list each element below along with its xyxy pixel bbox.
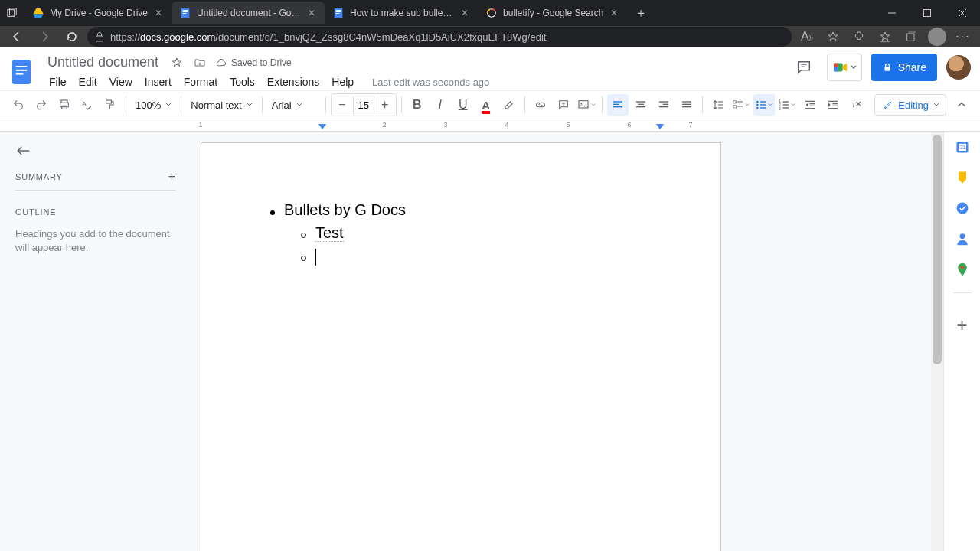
document-page[interactable]: Bullets by G Docs Test [201, 142, 721, 551]
star-button[interactable] [169, 55, 185, 70]
read-aloud-button[interactable]: A)) [795, 26, 819, 47]
meet-button[interactable] [827, 54, 862, 81]
checklist-button[interactable] [730, 94, 752, 116]
tab-title: bulletify - Google Search [503, 8, 603, 18]
tab-untitled-doc[interactable]: Untitled document - Google Docs ✕ [172, 2, 325, 24]
bulleted-list-button[interactable] [753, 94, 775, 116]
url-text: https://docs.google.com/document/d/1_bnv… [110, 31, 546, 43]
tab-actions-button[interactable] [0, 0, 24, 26]
close-icon[interactable]: ✕ [609, 8, 619, 18]
favorite-button[interactable] [821, 26, 845, 47]
scroll-thumb[interactable] [933, 135, 942, 364]
line-spacing-button[interactable] [707, 94, 729, 116]
numbered-list-button[interactable]: 123 [776, 94, 798, 116]
font-size-value[interactable]: 15 [353, 96, 374, 114]
doc-text[interactable]: Bullets by G Docs [284, 198, 406, 221]
svg-rect-20 [907, 34, 914, 41]
menu-file[interactable]: File [44, 73, 71, 90]
menu-extensions[interactable]: Extensions [263, 73, 324, 90]
profile-button[interactable] [925, 26, 949, 47]
hide-outline-button[interactable] [15, 145, 176, 156]
tab-bulletify[interactable]: bulletify - Google Search ✕ [478, 2, 627, 24]
indent-marker-right[interactable] [656, 124, 664, 130]
paint-format-button[interactable] [100, 94, 121, 116]
menu-tools[interactable]: Tools [225, 73, 260, 90]
svg-point-89 [959, 233, 965, 239]
italic-button[interactable]: I [430, 94, 451, 116]
contacts-icon[interactable] [955, 231, 970, 246]
comment-insert-button[interactable] [553, 94, 574, 116]
account-avatar[interactable] [946, 55, 971, 80]
indent-button[interactable] [822, 94, 844, 116]
style-select[interactable]: Normal text [186, 94, 256, 116]
vertical-scrollbar[interactable] [931, 132, 943, 551]
menu-help[interactable]: Help [327, 73, 358, 90]
undo-button[interactable] [8, 94, 29, 116]
svg-point-40 [580, 103, 582, 104]
align-right-button[interactable] [653, 94, 675, 116]
font-select[interactable]: Arial [267, 94, 321, 116]
reload-button[interactable] [60, 26, 84, 47]
back-button[interactable] [5, 26, 29, 47]
link-button[interactable] [530, 94, 551, 116]
doc-text-cursor[interactable] [315, 244, 316, 267]
toolbar: A 100% Normal text Arial − 15 + B I U A [0, 90, 980, 119]
collapse-toolbar-button[interactable] [951, 94, 972, 116]
new-tab-button[interactable]: ＋ [630, 2, 652, 24]
share-button[interactable]: Share [871, 54, 937, 81]
svg-point-90 [960, 266, 963, 269]
bold-button[interactable]: B [407, 94, 428, 116]
menu-insert[interactable]: Insert [140, 73, 176, 90]
font-size-decrease[interactable]: − [332, 94, 353, 116]
keep-icon[interactable] [955, 170, 970, 185]
menu-edit[interactable]: Edit [74, 73, 102, 90]
zoom-select[interactable]: 100% [131, 94, 176, 116]
move-button[interactable] [192, 55, 207, 70]
menu-view[interactable]: View [105, 73, 137, 90]
print-button[interactable] [54, 94, 75, 116]
image-button[interactable] [576, 94, 597, 116]
close-icon[interactable]: ✕ [459, 8, 470, 18]
doc-title[interactable]: Untitled document [44, 54, 162, 71]
align-justify-button[interactable] [676, 94, 697, 116]
ruler[interactable]: 1 2 3 4 5 6 7 [0, 119, 980, 132]
forward-button[interactable] [32, 26, 57, 47]
extension-button[interactable] [847, 26, 871, 47]
tab-drive[interactable]: My Drive - Google Drive ✕ [24, 2, 172, 24]
favorites-bar-button[interactable] [873, 26, 897, 47]
clear-format-button[interactable]: T [845, 94, 867, 116]
mode-select[interactable]: Editing [874, 94, 946, 116]
url-box[interactable]: https://docs.google.com/document/d/1_bnv… [87, 27, 792, 47]
doc-text[interactable]: Test [315, 221, 344, 244]
comments-button[interactable] [790, 54, 818, 81]
font-size-increase[interactable]: + [374, 94, 396, 116]
docs-home-button[interactable] [6, 54, 37, 90]
tasks-icon[interactable] [955, 201, 970, 216]
last-edit-label[interactable]: Last edit was seconds ago [372, 77, 489, 88]
outdent-button[interactable] [799, 94, 821, 116]
spellcheck-button[interactable]: A [77, 94, 98, 116]
close-icon[interactable]: ✕ [306, 8, 317, 18]
menu-format[interactable]: Format [179, 73, 222, 90]
collections-button[interactable] [899, 26, 923, 47]
tab-howto[interactable]: How to make sub bullet points in ✕ [325, 2, 478, 24]
align-left-button[interactable] [607, 94, 629, 116]
redo-button[interactable] [31, 94, 52, 116]
text-color-button[interactable]: A [475, 94, 497, 116]
maps-icon[interactable] [955, 262, 970, 277]
more-button[interactable]: ··· [951, 26, 975, 47]
align-center-button[interactable] [630, 94, 652, 116]
maximize-button[interactable] [910, 0, 945, 26]
indent-marker-left[interactable] [318, 124, 326, 130]
ruler-tick: 3 [442, 121, 449, 129]
calendar-icon[interactable]: 31 [955, 139, 970, 155]
close-button[interactable] [945, 0, 980, 26]
minimize-button[interactable] [874, 0, 910, 26]
highlight-button[interactable] [498, 94, 520, 116]
drive-icon [32, 7, 44, 19]
addons-button[interactable]: + [956, 315, 967, 336]
zoom-value: 100% [136, 99, 161, 111]
close-icon[interactable]: ✕ [153, 8, 164, 18]
add-summary-button[interactable]: + [168, 170, 176, 184]
underline-button[interactable]: U [452, 94, 474, 116]
